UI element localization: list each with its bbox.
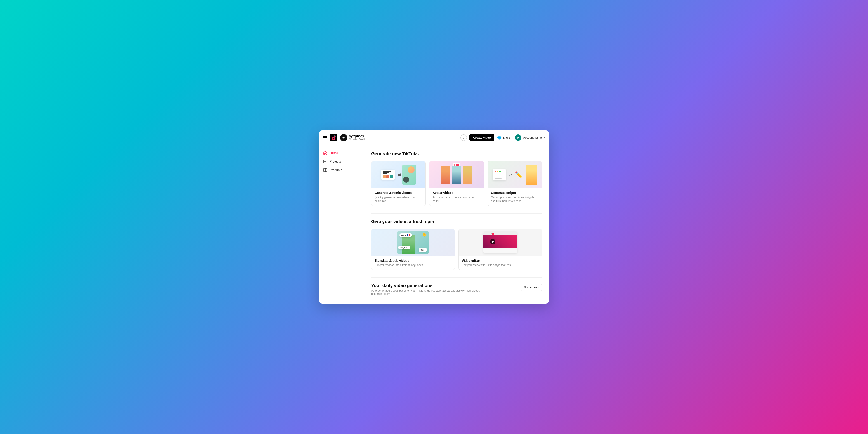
card-video-editor[interactable]: Video editor Edit your video with TikTok… [458, 229, 542, 270]
timeline-bar [483, 232, 517, 235]
card-generate-scripts-desc: Get scripts based on TikTok insights and… [491, 195, 539, 203]
wave-emoji-icon: 👋 [422, 232, 427, 237]
card-video-editor-desc: Edit your video with TikTok-style featur… [462, 264, 539, 267]
avatar-person-3 [463, 166, 472, 184]
translate-scene: 👋 Hola! 🇫🇷 bonjour! 你好! [397, 231, 429, 254]
card-avatar-videos-thumbnail [430, 161, 484, 188]
generate-cards-grid: ⇄ Generate & remix videos Quickly genera… [371, 161, 542, 206]
avatar: A [515, 134, 521, 141]
sidebar-item-home-label: Home [330, 151, 338, 155]
video-preview [483, 235, 517, 248]
account-button[interactable]: A Account name ▾ [515, 134, 545, 141]
create-video-button[interactable]: Create video [469, 134, 494, 141]
sidebar-item-projects[interactable]: Projects [319, 157, 364, 166]
small-photos [383, 175, 393, 178]
script-doc [493, 169, 506, 180]
sidebar-item-products[interactable]: Products [319, 166, 364, 174]
hamburger-menu-icon[interactable] [323, 136, 327, 139]
content-preview [381, 170, 395, 180]
see-more-label: See more [524, 286, 537, 289]
daily-title-group: Your daily video generations Auto-genera… [371, 283, 484, 296]
svg-rect-3 [326, 168, 327, 170]
card-generate-remix[interactable]: ⇄ Generate & remix videos Quickly genera… [371, 161, 426, 206]
card-avatar-videos-title: Avatar videos [433, 191, 480, 195]
card-generate-remix-desc: Quickly generate new videos from basic i… [375, 195, 422, 203]
see-more-button[interactable]: See more › [521, 284, 542, 291]
chevron-down-icon: ▾ [544, 136, 545, 139]
card-generate-scripts[interactable]: ↗ ✏️ Generate scripts Get scripts based … [488, 161, 542, 206]
arrow-icon: ↗ [509, 172, 512, 177]
svg-rect-5 [326, 170, 327, 172]
svg-rect-0 [330, 134, 337, 141]
sidebar-item-home[interactable]: Home [319, 149, 364, 157]
editor-controls [483, 248, 517, 253]
video-preview-img [402, 164, 416, 185]
card-avatar-videos-info: Avatar videos Add a narrator to deliver … [430, 188, 484, 206]
speech-bubble-hola: Hola! 🇫🇷 [399, 233, 412, 237]
card-translate-dub[interactable]: 👋 Hola! 🇫🇷 bonjour! 你好! [371, 229, 455, 270]
play-triangle-icon [492, 241, 494, 243]
avatar-persons [441, 166, 472, 184]
card-avatar-videos-desc: Add a narrator to deliver your video scr… [433, 195, 480, 203]
daily-section-title: Your daily video generations [371, 283, 484, 288]
sidebar-item-products-label: Products [330, 168, 342, 172]
card-generate-remix-info: Generate & remix videos Quickly generate… [371, 188, 426, 206]
play-button-overlay [490, 239, 495, 244]
traffic-lights-icon [495, 171, 504, 172]
editor-scene [483, 232, 517, 253]
avatar-person-2 [452, 166, 461, 184]
svg-rect-4 [324, 170, 325, 172]
header: ✦ Symphony Creative Studio ? Create vide… [319, 130, 549, 145]
home-icon [323, 151, 327, 155]
sidebar-item-projects-label: Projects [330, 160, 341, 163]
person-blob [408, 166, 414, 173]
globe-icon: 🌐 [497, 135, 502, 140]
chevron-right-icon: › [538, 286, 539, 289]
translate-bg: 👋 Hola! 🇫🇷 bonjour! 你好! [397, 231, 429, 254]
sidebar: Home Projects [319, 145, 364, 303]
control-line [492, 250, 505, 250]
fresh-spin-cards-grid: 👋 Hola! 🇫🇷 bonjour! 你好! [371, 229, 542, 270]
card-generate-scripts-thumbnail: ↗ ✏️ [488, 161, 542, 188]
speech-bubble-bonjour: bonjour! [398, 246, 410, 249]
section-divider-2 [371, 277, 542, 278]
script-lines [495, 174, 504, 179]
card-translate-dub-info: Translate & dub videos Dub your videos i… [371, 256, 455, 270]
products-icon [323, 168, 327, 172]
card-generate-remix-thumbnail: ⇄ [371, 161, 426, 188]
fresh-spin-section-title: Give your videos a fresh spin [371, 219, 542, 224]
video-preview-image [483, 235, 517, 248]
card-translate-dub-title: Translate & dub videos [375, 259, 452, 262]
card-generate-remix-title: Generate & remix videos [375, 191, 422, 195]
app-window: ✦ Symphony Creative Studio ? Create vide… [319, 130, 549, 303]
sunglasses-icon [403, 177, 409, 183]
language-button[interactable]: 🌐 English [497, 135, 512, 140]
section-divider-1 [371, 213, 542, 214]
speech-bubble-chinese: 你好! [418, 248, 427, 252]
card-video-editor-info: Video editor Edit your video with TikTok… [459, 256, 542, 270]
language-label: English [502, 136, 512, 139]
app-body: Home Projects [319, 145, 549, 303]
header-right: ? Create video 🌐 English A Account name … [460, 134, 545, 141]
help-button[interactable]: ? [460, 134, 467, 141]
generate-section-title: Generate new TikToks [371, 151, 542, 156]
card-video-editor-title: Video editor [462, 259, 539, 262]
svg-rect-1 [324, 160, 327, 163]
script-person [526, 164, 537, 185]
card-generate-scripts-info: Generate scripts Get scripts based on Ti… [488, 188, 542, 206]
translate-person [402, 235, 415, 254]
brand-subtitle: Creative Studio [349, 138, 366, 141]
shuffle-icon: ⇄ [398, 172, 401, 178]
card-translate-dub-thumbnail: 👋 Hola! 🇫🇷 bonjour! 你好! [371, 229, 455, 256]
daily-section-desc: Auto-generated videos based on your TikT… [371, 289, 484, 296]
studio-icon: ✦ [340, 134, 347, 141]
brand-name: Symphony [349, 134, 366, 138]
avatar-scene [430, 161, 484, 188]
main-content: Generate new TikToks [364, 145, 549, 303]
lines-icon [383, 171, 393, 174]
studio-brand: ✦ Symphony Creative Studio [340, 134, 366, 141]
script-scene: ↗ ✏️ [493, 164, 537, 185]
card-video-editor-thumbnail [459, 229, 542, 256]
card-avatar-videos[interactable]: Avatar videos Add a narrator to deliver … [429, 161, 484, 206]
card-generate-scripts-title: Generate scripts [491, 191, 539, 195]
